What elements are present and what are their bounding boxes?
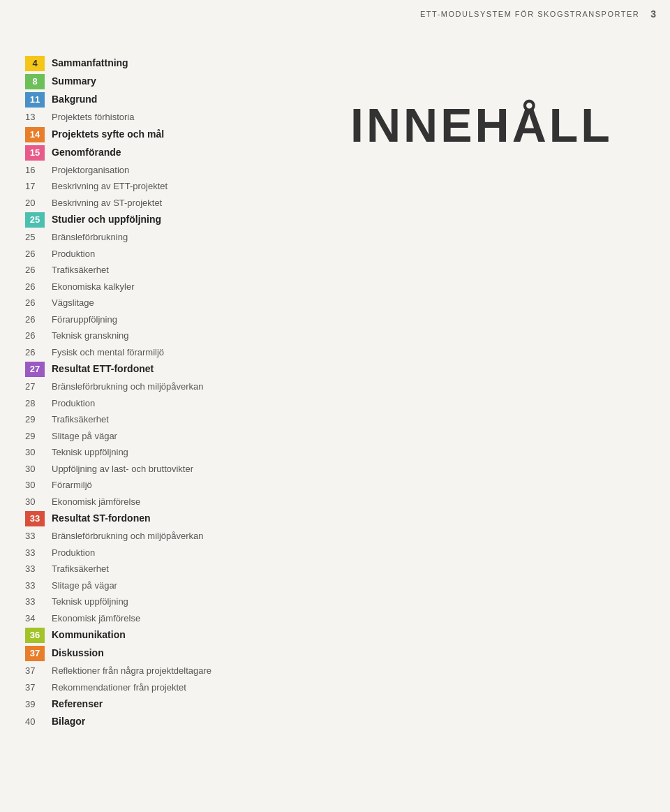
toc-page-number: 26 (25, 313, 45, 327)
toc-entry: 17Beskrivning av ETT-projektet (25, 179, 318, 193)
toc-entry: 8Summary (25, 74, 318, 89)
toc-page-badge: 15 (25, 145, 45, 161)
toc-entry: 26Vägslitage (25, 296, 318, 310)
toc-label: Beskrivning av ETT-projektet (52, 179, 168, 193)
toc-entry: 37Rekommendationer från projektet (25, 681, 318, 695)
toc-label: Diskussion (52, 646, 104, 660)
toc-entry: 26Föraruppföljning (25, 313, 318, 327)
toc-page-badge: 14 (25, 127, 45, 142)
toc-page-number: 27 (25, 380, 45, 394)
toc-label: Ekonomiska kalkyler (52, 280, 135, 294)
toc-label: Studier och uppföljning (52, 212, 161, 227)
toc-entry: 26Produktion (25, 247, 318, 261)
toc-entry: 37Reflektioner från några projektdeltaga… (25, 664, 318, 678)
toc-page-number: 33 (25, 546, 45, 560)
toc-page-number: 37 (25, 664, 45, 678)
toc-page-badge: 27 (25, 362, 45, 377)
toc-label: Ekonomisk jämförelse (52, 612, 140, 626)
page-number: 3 (650, 8, 656, 20)
toc-label: Vägslitage (52, 296, 94, 310)
toc-page-number: 30 (25, 445, 45, 459)
toc-page-number: 40 (25, 715, 45, 729)
toc-label: Trafiksäkerhet (52, 263, 109, 277)
toc-page-number: 33 (25, 529, 45, 543)
toc-entry: 33Slitage på vägar (25, 579, 318, 593)
page-header: ETT-MODULSYSTEM FÖR SKOGSTRANSPORTER 3 (420, 8, 656, 20)
toc-page-badge: 4 (25, 56, 45, 71)
toc-page-badge: 8 (25, 74, 45, 89)
toc-entry: 26Ekonomiska kalkyler (25, 280, 318, 294)
toc-entry: 14Projektets syfte och mål (25, 127, 318, 142)
toc-label: Projektorganisation (52, 163, 129, 177)
toc-label: Produktion (52, 546, 95, 560)
toc-entry: 30Förarmiljö (25, 478, 318, 492)
toc-entry: 27Resultat ETT-fordonet (25, 362, 318, 377)
toc-label: Bränsleförbrukning och miljöpåverkan (52, 529, 204, 543)
toc-page-number: 26 (25, 280, 45, 294)
toc-page-badge: 25 (25, 212, 45, 228)
header-title: ETT-MODULSYSTEM FÖR SKOGSTRANSPORTER (420, 10, 639, 18)
toc-entry: 29Trafiksäkerhet (25, 413, 318, 427)
toc-entry: 11Bakgrund (25, 92, 318, 108)
toc-entry: 4Sammanfattning (25, 56, 318, 71)
toc-label: Trafiksäkerhet (52, 562, 109, 576)
toc-entry: 30Uppföljning av last- och bruttovikter (25, 462, 318, 476)
toc-label: Beskrivning av ST-projektet (52, 196, 162, 210)
toc-page-number: 25 (25, 230, 45, 244)
toc-label: Förarmiljö (52, 478, 92, 492)
toc-page-badge: 11 (25, 92, 45, 108)
toc-entry: 16Projektorganisation (25, 163, 318, 177)
toc-page-number: 33 (25, 562, 45, 576)
toc-page-number: 13 (25, 110, 45, 124)
toc-label: Projektets förhistoria (52, 110, 135, 124)
toc-label: Bränsleförbrukning (52, 230, 128, 244)
toc-label: Bränsleförbrukning och miljöpåverkan (52, 380, 204, 394)
toc-entry: 25Studier och uppföljning (25, 212, 318, 228)
toc-label: Resultat ETT-fordonet (52, 362, 154, 376)
toc-column: 4Sammanfattning8Summary11Bakgrund13Proje… (25, 56, 318, 732)
toc-entry: 39Referenser (25, 697, 318, 711)
toc-page-number: 33 (25, 595, 45, 609)
toc-entry: 33Bränsleförbrukning och miljöpåverkan (25, 529, 318, 543)
toc-page-number: 26 (25, 263, 45, 277)
toc-label: Föraruppföljning (52, 313, 117, 327)
toc-entry: 26Teknisk granskning (25, 329, 318, 343)
toc-page-number: 26 (25, 296, 45, 310)
toc-label: Rekommendationer från projektet (52, 681, 186, 695)
toc-label: Ekonomisk jämförelse (52, 495, 140, 509)
toc-page-number: 26 (25, 329, 45, 343)
toc-entry: 25Bränsleförbrukning (25, 230, 318, 244)
toc-label: Bilagor (52, 714, 85, 729)
toc-label: Resultat ST-fordonen (52, 511, 151, 526)
toc-label: Teknisk granskning (52, 329, 129, 343)
toc-entry: 36Kommunikation (25, 628, 318, 643)
toc-page-number: 29 (25, 429, 45, 443)
toc-entry: 33Trafiksäkerhet (25, 562, 318, 576)
toc-entry: 33Teknisk uppföljning (25, 595, 318, 609)
toc-entry: 13Projektets förhistoria (25, 110, 318, 124)
toc-page-number: 34 (25, 612, 45, 626)
toc-entry: 30Ekonomisk jämförelse (25, 495, 318, 509)
toc-entry: 26Fysisk och mental förarmiljö (25, 346, 318, 360)
toc-entry: 28Produktion (25, 397, 318, 411)
toc-entry: 33Produktion (25, 546, 318, 560)
toc-label: Uppföljning av last- och bruttovikter (52, 462, 193, 476)
toc-entry: 34Ekonomisk jämförelse (25, 612, 318, 626)
toc-page-number: 39 (25, 697, 45, 711)
toc-entry: 30Teknisk uppföljning (25, 445, 318, 459)
toc-page-number: 30 (25, 495, 45, 509)
toc-page-number: 30 (25, 478, 45, 492)
toc-page-number: 30 (25, 462, 45, 476)
toc-page-number: 16 (25, 163, 45, 177)
toc-entry: 33Resultat ST-fordonen (25, 511, 318, 526)
toc-label: Reflektioner från några projektdeltagare (52, 664, 211, 678)
toc-page-number: 20 (25, 196, 45, 210)
toc-label: Referenser (52, 697, 103, 711)
toc-label: Produktion (52, 247, 95, 261)
toc-page-number: 37 (25, 681, 45, 695)
toc-label: Kommunikation (52, 628, 126, 642)
toc-entry: 29Slitage på vägar (25, 429, 318, 443)
toc-page-number: 29 (25, 413, 45, 427)
toc-entry: 20Beskrivning av ST-projektet (25, 196, 318, 210)
toc-entry: 27Bränsleförbrukning och miljöpåverkan (25, 380, 318, 394)
